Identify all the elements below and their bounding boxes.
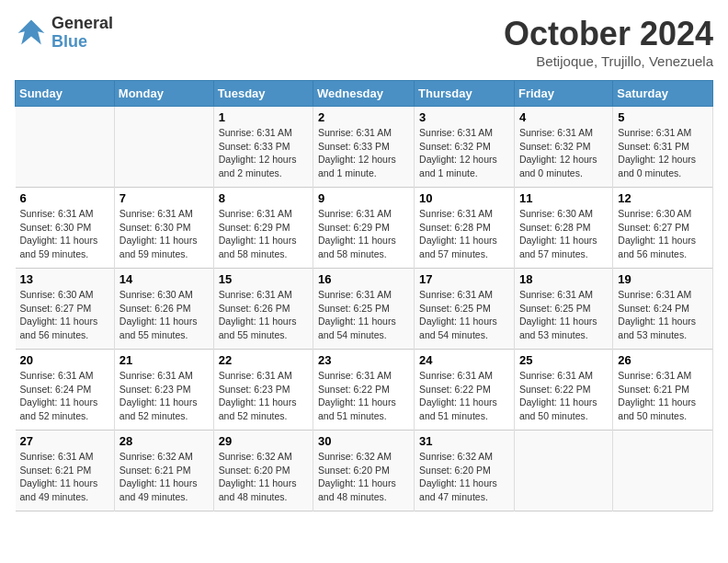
day-info: Sunrise: 6:31 AMSunset: 6:25 PMDaylight:… — [419, 288, 509, 342]
calendar-cell: 30Sunrise: 6:32 AMSunset: 6:20 PMDayligh… — [313, 431, 415, 511]
day-number: 2 — [318, 110, 409, 124]
svg-marker-0 — [18, 19, 45, 44]
day-number: 8 — [219, 191, 308, 205]
page-header: General Blue October 2024 Betijoque, Tru… — [15, 15, 713, 69]
calendar-cell: 1Sunrise: 6:31 AMSunset: 6:33 PMDaylight… — [213, 107, 313, 188]
day-number: 6 — [20, 191, 109, 205]
calendar-cell: 5Sunrise: 6:31 AMSunset: 6:31 PMDaylight… — [613, 107, 713, 188]
day-number: 27 — [20, 434, 109, 448]
day-number: 10 — [419, 191, 509, 205]
day-number: 19 — [618, 272, 708, 286]
calendar-cell: 16Sunrise: 6:31 AMSunset: 6:25 PMDayligh… — [313, 269, 415, 350]
day-info: Sunrise: 6:31 AMSunset: 6:25 PMDaylight:… — [519, 288, 608, 342]
col-tuesday: Tuesday — [213, 81, 313, 107]
day-info: Sunrise: 6:31 AMSunset: 6:28 PMDaylight:… — [419, 207, 509, 261]
calendar-cell: 14Sunrise: 6:30 AMSunset: 6:26 PMDayligh… — [114, 269, 213, 350]
day-number: 14 — [119, 272, 209, 286]
calendar-cell: 3Sunrise: 6:31 AMSunset: 6:32 PMDaylight… — [415, 107, 515, 188]
day-info: Sunrise: 6:31 AMSunset: 6:31 PMDaylight:… — [618, 126, 708, 180]
day-number: 24 — [419, 353, 509, 367]
calendar-cell: 28Sunrise: 6:32 AMSunset: 6:21 PMDayligh… — [114, 431, 213, 511]
day-info: Sunrise: 6:30 AMSunset: 6:28 PMDaylight:… — [519, 207, 608, 261]
day-number: 29 — [219, 434, 308, 448]
calendar-cell: 19Sunrise: 6:31 AMSunset: 6:24 PMDayligh… — [613, 269, 713, 350]
day-info: Sunrise: 6:31 AMSunset: 6:23 PMDaylight:… — [119, 369, 209, 423]
calendar-cell — [114, 107, 213, 188]
calendar-cell: 2Sunrise: 6:31 AMSunset: 6:33 PMDaylight… — [313, 107, 415, 188]
day-number: 5 — [618, 110, 708, 124]
day-info: Sunrise: 6:31 AMSunset: 6:21 PMDaylight:… — [618, 369, 708, 423]
day-info: Sunrise: 6:31 AMSunset: 6:32 PMDaylight:… — [519, 126, 608, 180]
day-number: 4 — [519, 110, 608, 124]
calendar-cell: 29Sunrise: 6:32 AMSunset: 6:20 PMDayligh… — [213, 431, 313, 511]
day-info: Sunrise: 6:31 AMSunset: 6:23 PMDaylight:… — [219, 369, 308, 423]
calendar-cell: 4Sunrise: 6:31 AMSunset: 6:32 PMDaylight… — [514, 107, 612, 188]
day-info: Sunrise: 6:31 AMSunset: 6:29 PMDaylight:… — [219, 207, 308, 261]
day-number: 23 — [318, 353, 409, 367]
day-info: Sunrise: 6:31 AMSunset: 6:33 PMDaylight:… — [318, 126, 409, 180]
logo: General Blue — [15, 15, 113, 52]
day-info: Sunrise: 6:31 AMSunset: 6:22 PMDaylight:… — [419, 369, 509, 423]
col-monday: Monday — [114, 81, 213, 107]
day-info: Sunrise: 6:30 AMSunset: 6:27 PMDaylight:… — [20, 288, 109, 342]
day-number: 17 — [419, 272, 509, 286]
calendar-cell: 15Sunrise: 6:31 AMSunset: 6:26 PMDayligh… — [213, 269, 313, 350]
calendar-cell: 10Sunrise: 6:31 AMSunset: 6:28 PMDayligh… — [415, 188, 515, 269]
day-number: 20 — [20, 353, 109, 367]
logo-text: General Blue — [51, 15, 113, 52]
day-number: 18 — [519, 272, 608, 286]
calendar-cell: 6Sunrise: 6:31 AMSunset: 6:30 PMDaylight… — [16, 188, 115, 269]
logo-icon — [15, 17, 48, 50]
calendar-cell: 25Sunrise: 6:31 AMSunset: 6:22 PMDayligh… — [514, 350, 612, 431]
day-info: Sunrise: 6:31 AMSunset: 6:33 PMDaylight:… — [219, 126, 308, 180]
day-info: Sunrise: 6:31 AMSunset: 6:30 PMDaylight:… — [20, 207, 109, 261]
day-number: 13 — [20, 272, 109, 286]
day-info: Sunrise: 6:31 AMSunset: 6:22 PMDaylight:… — [519, 369, 608, 423]
calendar-week-row: 6Sunrise: 6:31 AMSunset: 6:30 PMDaylight… — [16, 188, 713, 269]
calendar-week-row: 27Sunrise: 6:31 AMSunset: 6:21 PMDayligh… — [16, 431, 713, 511]
calendar-cell: 20Sunrise: 6:31 AMSunset: 6:24 PMDayligh… — [16, 350, 115, 431]
day-number: 30 — [318, 434, 409, 448]
calendar-cell: 26Sunrise: 6:31 AMSunset: 6:21 PMDayligh… — [613, 350, 713, 431]
calendar-cell: 18Sunrise: 6:31 AMSunset: 6:25 PMDayligh… — [514, 269, 612, 350]
location-subtitle: Betijoque, Trujillo, Venezuela — [504, 53, 713, 69]
title-section: October 2024 Betijoque, Trujillo, Venezu… — [504, 15, 713, 69]
day-info: Sunrise: 6:32 AMSunset: 6:21 PMDaylight:… — [119, 450, 209, 504]
calendar-cell: 17Sunrise: 6:31 AMSunset: 6:25 PMDayligh… — [415, 269, 515, 350]
day-info: Sunrise: 6:31 AMSunset: 6:24 PMDaylight:… — [618, 288, 708, 342]
day-number: 22 — [219, 353, 308, 367]
col-saturday: Saturday — [613, 81, 713, 107]
calendar-cell: 7Sunrise: 6:31 AMSunset: 6:30 PMDaylight… — [114, 188, 213, 269]
col-thursday: Thursday — [415, 81, 515, 107]
calendar-cell: 24Sunrise: 6:31 AMSunset: 6:22 PMDayligh… — [415, 350, 515, 431]
calendar-week-row: 13Sunrise: 6:30 AMSunset: 6:27 PMDayligh… — [16, 269, 713, 350]
calendar-cell: 22Sunrise: 6:31 AMSunset: 6:23 PMDayligh… — [213, 350, 313, 431]
day-number: 7 — [119, 191, 209, 205]
calendar-cell — [613, 431, 713, 511]
day-info: Sunrise: 6:31 AMSunset: 6:24 PMDaylight:… — [20, 369, 109, 423]
col-wednesday: Wednesday — [313, 81, 415, 107]
day-number: 15 — [219, 272, 308, 286]
calendar-cell: 8Sunrise: 6:31 AMSunset: 6:29 PMDaylight… — [213, 188, 313, 269]
day-number: 12 — [618, 191, 708, 205]
day-info: Sunrise: 6:31 AMSunset: 6:30 PMDaylight:… — [119, 207, 209, 261]
day-info: Sunrise: 6:31 AMSunset: 6:22 PMDaylight:… — [318, 369, 409, 423]
day-info: Sunrise: 6:30 AMSunset: 6:27 PMDaylight:… — [618, 207, 708, 261]
calendar-cell: 13Sunrise: 6:30 AMSunset: 6:27 PMDayligh… — [16, 269, 115, 350]
day-info: Sunrise: 6:31 AMSunset: 6:29 PMDaylight:… — [318, 207, 409, 261]
calendar-week-row: 20Sunrise: 6:31 AMSunset: 6:24 PMDayligh… — [16, 350, 713, 431]
calendar-cell — [16, 107, 115, 188]
month-title: October 2024 — [504, 15, 713, 53]
day-info: Sunrise: 6:31 AMSunset: 6:26 PMDaylight:… — [219, 288, 308, 342]
calendar-cell: 31Sunrise: 6:32 AMSunset: 6:20 PMDayligh… — [415, 431, 515, 511]
calendar-week-row: 1Sunrise: 6:31 AMSunset: 6:33 PMDaylight… — [16, 107, 713, 188]
calendar-cell — [514, 431, 612, 511]
day-number: 31 — [419, 434, 509, 448]
day-number: 9 — [318, 191, 409, 205]
day-info: Sunrise: 6:31 AMSunset: 6:32 PMDaylight:… — [419, 126, 509, 180]
calendar-cell: 11Sunrise: 6:30 AMSunset: 6:28 PMDayligh… — [514, 188, 612, 269]
calendar-cell: 23Sunrise: 6:31 AMSunset: 6:22 PMDayligh… — [313, 350, 415, 431]
day-number: 1 — [219, 110, 308, 124]
day-info: Sunrise: 6:30 AMSunset: 6:26 PMDaylight:… — [119, 288, 209, 342]
day-info: Sunrise: 6:32 AMSunset: 6:20 PMDaylight:… — [419, 450, 509, 504]
